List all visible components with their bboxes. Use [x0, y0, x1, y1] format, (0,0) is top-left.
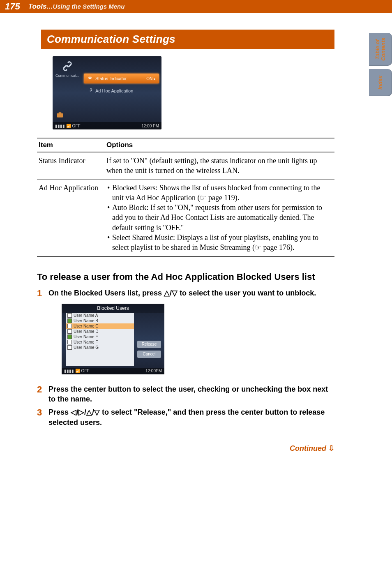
list-item: User Name E [66, 334, 134, 339]
page-content: Communication Settings Communicat... Sta… [0, 13, 392, 461]
all-nav: ◁/▷/△/▽ [71, 407, 100, 417]
index-label: Index [378, 76, 383, 90]
options-cell: Blocked Users: Shows the list of users b… [105, 179, 334, 256]
svg-rect-2 [59, 112, 62, 113]
link-icon [87, 88, 93, 94]
status-indicator-value: ON ▸ [146, 76, 156, 81]
step-1: 1 On the Blocked Users list, press △/▽ t… [37, 288, 334, 299]
side-tabs: Table ofContents Index [369, 33, 392, 96]
pointer-icon: ☞ [200, 193, 206, 203]
sub-heading: To release a user from the Ad Hoc Applic… [37, 272, 334, 282]
blocked-users-list: User Name A User Name B User Name C User… [66, 313, 134, 366]
checkbox-icon [67, 345, 72, 350]
step-number: 1 [37, 288, 44, 299]
step-text: On the Blocked Users list, press △/▽ to … [48, 288, 334, 299]
checkbox-checked-icon [67, 318, 72, 323]
communication-settings-screenshot: Communicat... Status Indicator ON ▸ Ad H… [53, 56, 161, 129]
list-item: User Name G [66, 345, 134, 350]
link-icon [62, 60, 73, 72]
step-3: 3 Press ◁/▷/△/▽ to select "Release," and… [37, 407, 334, 427]
clock: 12:00 PM [141, 124, 159, 128]
step-text: Press the center button to select the us… [48, 384, 334, 404]
checkbox-icon [67, 340, 72, 344]
section-title: Communication Settings [37, 30, 334, 49]
bullet-select-shared: Select Shared Music: Displays a list of … [106, 233, 333, 253]
list-item: User Name F [66, 339, 134, 345]
adhoc-row: Ad Hoc Application [84, 86, 159, 96]
bullet-auto-block: Auto Block: If set to "ON," requests fro… [106, 203, 333, 233]
step-text: Press ◁/▷/△/▽ to select "Release," and t… [48, 407, 334, 427]
svg-rect-1 [57, 113, 63, 118]
col-options: Options [105, 138, 334, 152]
pointer-icon: ☞ [255, 242, 261, 252]
page-header: 175 Tools…Using the Settings Menu [0, 0, 392, 13]
list-item: User Name B [66, 318, 134, 323]
list-item: User Name A [66, 313, 134, 318]
table-row: Ad Hoc Application Blocked Users: Shows … [37, 179, 334, 256]
col-item: Item [37, 138, 105, 152]
down-arrow-icon: ⇩ [328, 444, 334, 453]
list-item-selected: User Name C [66, 323, 134, 329]
status-indicator-row: Status Indicator ON ▸ [84, 74, 159, 83]
ellipsis: … [46, 3, 53, 10]
table-row: Status Indicator If set to "ON" (default… [37, 152, 334, 179]
toc-label: Table ofContents [375, 38, 387, 61]
page-number: 175 [5, 1, 20, 12]
section-name: Using the Settings Menu [53, 3, 125, 10]
continued-indicator: Continued ⇩ [37, 444, 334, 453]
settings-bottom-icon [56, 111, 64, 120]
checkbox-checked-icon [67, 335, 72, 339]
blocked-users-title: Blocked Users [62, 304, 164, 313]
options-cell: If set to "ON" (default setting), the st… [105, 152, 334, 179]
toc-tab[interactable]: Table ofContents [369, 33, 392, 66]
adhoc-label: Ad Hoc Application [95, 88, 156, 93]
bullet-blocked-users: Blocked Users: Shows the list of users b… [106, 183, 333, 203]
checkbox-icon [67, 324, 72, 328]
step-number: 2 [37, 384, 44, 404]
screenshot1-footer: ▮▮▮▮ 📶 OFF 12:00 PM [53, 122, 161, 129]
item-cell: Status Indicator [37, 152, 105, 179]
battery-wifi-status: ▮▮▮▮ 📶 OFF [55, 124, 81, 128]
blocked-users-screenshot: Blocked Users User Name A User Name B Us… [62, 304, 164, 374]
chapter-name: Tools [28, 2, 47, 10]
status-indicator-label: Status Indicator [95, 76, 144, 81]
communication-icon: Communicat... [55, 60, 80, 78]
toolbox-icon [56, 111, 64, 119]
header-breadcrumb: Tools…Using the Settings Menu [28, 2, 125, 11]
cancel-button: Cancel [137, 351, 161, 358]
step-number: 3 [37, 407, 44, 427]
gear-icon [87, 76, 93, 81]
list-item: User Name D [66, 329, 134, 334]
up-down-nav: △/▽ [164, 288, 178, 298]
release-button: Release [137, 341, 161, 348]
options-table: Item Options Status Indicator If set to … [37, 138, 334, 257]
clock: 12:00PM [145, 369, 162, 373]
communication-icon-label: Communicat... [55, 74, 79, 78]
index-tab[interactable]: Index [369, 69, 392, 96]
checkbox-icon [67, 313, 72, 318]
item-cell: Ad Hoc Application [37, 179, 105, 256]
checkbox-icon [67, 329, 72, 334]
battery-wifi-status: ▮▮▮▮ 📶 OFF [64, 369, 90, 373]
step-2: 2 Press the center button to select the … [37, 384, 334, 404]
screenshot2-footer: ▮▮▮▮ 📶 OFF 12:00PM [62, 368, 164, 374]
